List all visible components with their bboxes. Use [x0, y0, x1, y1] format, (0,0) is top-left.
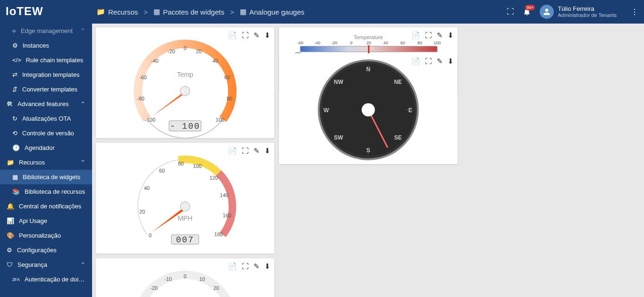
export-icon[interactable]: 📄 [411, 31, 420, 40]
edit-icon[interactable]: ✎ [254, 147, 260, 155]
svg-text:80: 80 [227, 96, 232, 101]
code-icon: </> [12, 57, 21, 64]
svg-text:0: 0 [149, 232, 152, 238]
svg-text:60: 60 [159, 168, 165, 173]
svg-text:40: 40 [383, 41, 388, 45]
sidebar-item-rule-chain[interactable]: </>Rule chain templates [0, 53, 92, 67]
speed-gauge-svg: 0 20 40 60 80 100 120 140 160 180 MPH 00… [96, 143, 274, 254]
download-icon[interactable]: ⬇ [264, 147, 271, 155]
svg-text:10: 10 [199, 276, 205, 282]
svg-text:100: 100 [216, 117, 224, 123]
sidebar-item-version[interactable]: ⟲Controle de versão [0, 126, 92, 140]
chevron-up-icon: ⌃ [80, 100, 85, 107]
gauge-title: MPH [178, 214, 192, 222]
svg-text:20: 20 [139, 209, 145, 214]
fullscreen-icon[interactable]: ⛶ [242, 31, 249, 40]
svg-text:-10: -10 [164, 276, 172, 282]
logo[interactable]: IoTEW [6, 5, 49, 19]
router-icon: ⎆ [12, 27, 16, 34]
widgets-icon: ▦ [12, 173, 18, 181]
edit-icon[interactable]: ✎ [254, 262, 260, 271]
export-icon[interactable]: 📄 [228, 31, 237, 40]
converter-icon: ⇵ [12, 86, 17, 93]
download-icon[interactable]: ⬇ [448, 57, 454, 66]
more-menu-icon[interactable]: ⋮ [631, 8, 638, 16]
svg-text:W: W [323, 107, 329, 114]
edit-icon[interactable]: ✎ [254, 31, 260, 40]
chevron-up-icon: ⌃ [80, 27, 85, 34]
svg-text:0: 0 [350, 41, 352, 45]
notification-badge: 99+ [525, 5, 535, 10]
top-actions: ⛶ 99+ Túlio Ferreira Administrador de Te… [507, 5, 638, 19]
widget-card-compass[interactable]: 📄 ⛶ ✎ ⬇ N NE E SE S SW W NW [279, 53, 458, 164]
sidebar-item-edge-management[interactable]: ⎆Edge management⌃ [0, 24, 92, 38]
svg-text:80: 80 [417, 41, 422, 45]
sidebar-item-resources[interactable]: 📁Recursos⌃ [0, 155, 92, 170]
svg-point-14 [180, 86, 190, 96]
svg-text:-20: -20 [168, 49, 175, 54]
sidebar-item-notifications[interactable]: 🔔Central de notificações [0, 199, 92, 214]
user-role: Administrador de Tenants [558, 12, 617, 18]
download-icon[interactable]: ⬇ [448, 31, 454, 40]
sidebar-item-resource-lib[interactable]: 📚Biblioteca de recursos [0, 184, 92, 199]
user-name: Túlio Ferreira [558, 5, 617, 13]
svg-text:-40: -40 [151, 58, 159, 64]
update-icon: ↻ [12, 115, 17, 122]
user-menu[interactable]: Túlio Ferreira Administrador de Tenants [540, 5, 617, 19]
sidebar-item-config[interactable]: ⚙Configurações [0, 243, 92, 257]
user-info: Túlio Ferreira Administrador de Tenants [558, 5, 617, 19]
download-icon[interactable]: ⬇ [264, 31, 271, 40]
sidebar-item-2fa[interactable]: 2FAAutenticação de dois fat... [0, 272, 92, 287]
download-icon[interactable]: ⬇ [264, 262, 271, 271]
sidebar-item-instances[interactable]: ⚙Instances [0, 38, 92, 53]
svg-point-27 [180, 202, 190, 211]
notifications-icon[interactable]: 99+ [523, 8, 531, 16]
svg-text:IoTEW: IoTEW [6, 5, 43, 17]
tools-icon: 🛠 [7, 100, 13, 107]
widget-card-temperature-gauge[interactable]: 📄 ⛶ ✎ ⬇ -60 -50 -40 -30 -20 -10 0 10 [96, 258, 274, 297]
edit-icon[interactable]: ✎ [437, 31, 443, 40]
folder-icon: 📁 [96, 8, 105, 16]
widget-card-speed-gauge[interactable]: 📄 ⛶ ✎ ⬇ 0 20 40 60 80 100 120 140 1 [96, 143, 274, 254]
temp-gauge-svg: -100 -80 -60 -40 -20 0 20 40 60 80 100 T… [96, 27, 274, 138]
svg-text:NE: NE [394, 79, 402, 85]
svg-text:180: 180 [214, 231, 223, 237]
fullscreen-icon[interactable]: ⛶ [242, 147, 249, 155]
palette-icon: 🎨 [7, 232, 14, 239]
svg-text:NW: NW [334, 79, 344, 85]
export-icon[interactable]: 📄 [228, 147, 237, 155]
fullscreen-icon[interactable]: ⛶ [425, 31, 432, 40]
sidebar-item-personalization[interactable]: 🎨Personalização [0, 228, 92, 243]
edit-icon[interactable]: ✎ [437, 57, 443, 66]
fullscreen-icon[interactable]: ⛶ [242, 262, 249, 271]
svg-text:160: 160 [223, 213, 231, 218]
breadcrumb-item-bundles[interactable]: ▦ Pacotes de widgets [153, 8, 224, 16]
svg-text:-60: -60 [297, 41, 303, 45]
sidebar-item-converter[interactable]: ⇵Converter templates [0, 82, 92, 97]
gear-icon: ⚙ [7, 247, 12, 254]
svg-text:-20: -20 [331, 41, 337, 45]
svg-text:SE: SE [394, 134, 402, 141]
svg-text:SW: SW [334, 134, 343, 141]
export-icon[interactable]: 📄 [228, 262, 237, 271]
breadcrumb-item-current: ▦ Analogue gauges [240, 8, 305, 16]
sidebar-item-api[interactable]: 📊Api Usage [0, 214, 92, 228]
sidebar-item-scheduler[interactable]: 🕐Agendador [0, 140, 92, 155]
sidebar-item-advanced[interactable]: 🛠Advanced features⌃ [0, 97, 92, 111]
sidebar-item-widget-lib[interactable]: ▦Biblioteca de widgets [0, 170, 92, 184]
svg-text:140: 140 [220, 192, 229, 198]
export-icon[interactable]: 📄 [411, 57, 420, 66]
svg-text:40: 40 [144, 185, 150, 191]
sidebar-item-security[interactable]: 🛡Segurança⌃ [0, 257, 92, 272]
fullscreen-icon[interactable]: ⛶ [425, 57, 432, 66]
fullscreen-icon[interactable]: ⛶ [507, 8, 514, 16]
breadcrumb-item-resources[interactable]: 📁 Recursos [96, 8, 138, 16]
sidebar-item-ota[interactable]: ↻Atualizações OTA [0, 111, 92, 126]
svg-text:60: 60 [400, 41, 405, 45]
widget-card-temp-gauge[interactable]: 📄 ⛶ ✎ ⬇ -100 -80 -60 -40 -20 0 20 40 [96, 27, 274, 138]
svg-text:60: 60 [224, 74, 230, 80]
widgets-icon: ▦ [240, 8, 246, 16]
clock-icon: 🕐 [12, 144, 20, 151]
sidebar-item-integration[interactable]: ⇄Integration templates [0, 67, 92, 82]
svg-text:100: 100 [433, 41, 441, 45]
